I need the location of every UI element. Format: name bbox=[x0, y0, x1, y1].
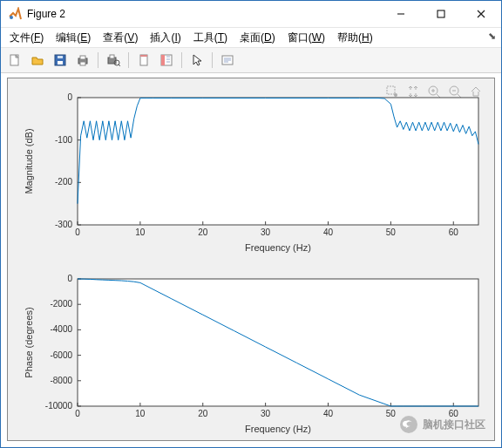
svg-rect-61 bbox=[78, 279, 478, 406]
svg-text:Phase (degrees): Phase (degrees) bbox=[24, 307, 34, 377]
figure-window: Figure 2 文件(F) 编辑(E) 查看(V) 插入(I) 工具(T) 桌… bbox=[0, 0, 502, 448]
svg-text:0: 0 bbox=[67, 274, 72, 283]
print-preview-button[interactable] bbox=[103, 50, 124, 71]
svg-text:10: 10 bbox=[135, 227, 146, 237]
svg-text:-6000: -6000 bbox=[50, 350, 72, 360]
svg-text:0: 0 bbox=[67, 92, 72, 102]
svg-text:50: 50 bbox=[386, 227, 397, 237]
maximize-button[interactable] bbox=[421, 1, 461, 27]
svg-text:Frequency (Hz): Frequency (Hz) bbox=[245, 424, 311, 434]
menu-window[interactable]: 窗口(W) bbox=[282, 29, 330, 47]
menu-insert[interactable]: 插入(I) bbox=[145, 29, 186, 47]
svg-rect-11 bbox=[80, 62, 85, 65]
svg-rect-19 bbox=[161, 55, 165, 65]
svg-rect-10 bbox=[80, 56, 85, 59]
titlebar: Figure 2 bbox=[1, 1, 501, 28]
menu-view[interactable]: 查看(V) bbox=[98, 29, 143, 47]
svg-text:0: 0 bbox=[75, 227, 80, 237]
svg-rect-8 bbox=[58, 56, 63, 58]
svg-text:-2000: -2000 bbox=[50, 299, 72, 309]
matlab-icon bbox=[8, 7, 22, 21]
menu-overflow-icon[interactable]: ⬊ bbox=[488, 31, 496, 42]
close-button[interactable] bbox=[461, 1, 501, 27]
menu-help[interactable]: 帮助(H) bbox=[332, 29, 378, 47]
svg-rect-36 bbox=[78, 98, 478, 225]
link-axes-button[interactable] bbox=[133, 50, 154, 71]
toolbar-separator bbox=[212, 52, 213, 68]
svg-text:40: 40 bbox=[323, 227, 334, 237]
svg-text:40: 40 bbox=[323, 409, 334, 418]
svg-text:Frequency (Hz): Frequency (Hz) bbox=[245, 242, 311, 253]
svg-text:20: 20 bbox=[198, 227, 208, 237]
menu-file[interactable]: 文件(F) bbox=[4, 29, 49, 47]
svg-text:-10000: -10000 bbox=[45, 401, 73, 411]
svg-line-15 bbox=[119, 64, 120, 66]
toolbar-separator bbox=[98, 52, 98, 68]
toolbar-separator bbox=[181, 52, 182, 68]
minimize-button[interactable] bbox=[381, 1, 421, 27]
svg-rect-13 bbox=[110, 55, 114, 58]
window-title: Figure 2 bbox=[27, 8, 65, 20]
svg-text:-200: -200 bbox=[55, 177, 72, 187]
svg-text:10: 10 bbox=[135, 409, 146, 418]
svg-text:-100: -100 bbox=[55, 135, 72, 145]
print-button[interactable] bbox=[72, 50, 93, 71]
svg-text:-8000: -8000 bbox=[50, 376, 72, 385]
svg-rect-7 bbox=[58, 61, 63, 64]
pointer-button[interactable] bbox=[187, 50, 207, 71]
svg-text:0: 0 bbox=[75, 409, 80, 418]
colorbar-button[interactable] bbox=[156, 50, 177, 71]
watermark: 脑机接口社区 bbox=[400, 416, 485, 433]
svg-text:30: 30 bbox=[261, 409, 271, 418]
wechat-icon bbox=[400, 416, 417, 433]
svg-point-0 bbox=[10, 16, 13, 19]
svg-text:Magnitude (dB): Magnitude (dB) bbox=[24, 128, 34, 193]
svg-text:50: 50 bbox=[386, 409, 397, 418]
menu-desktop[interactable]: 桌面(D) bbox=[234, 29, 281, 47]
save-button[interactable] bbox=[50, 50, 71, 71]
menu-edit[interactable]: 编辑(E) bbox=[51, 29, 96, 47]
svg-rect-17 bbox=[140, 55, 147, 57]
figure-canvas[interactable]: 0102030405060-300-200-1000Frequency (Hz)… bbox=[7, 78, 495, 441]
new-figure-button[interactable] bbox=[4, 50, 25, 71]
toolbar-separator bbox=[128, 52, 129, 68]
toolbar bbox=[1, 48, 501, 73]
insert-annotation-button[interactable] bbox=[217, 50, 238, 71]
svg-text:20: 20 bbox=[198, 409, 208, 418]
magnitude-axes[interactable]: 0102030405060-300-200-1000Frequency (Hz)… bbox=[17, 82, 487, 256]
watermark-text: 脑机接口社区 bbox=[423, 417, 485, 432]
svg-text:60: 60 bbox=[449, 227, 459, 237]
svg-text:30: 30 bbox=[261, 227, 271, 237]
phase-axes[interactable]: 0102030405060-10000-8000-6000-4000-20000… bbox=[17, 263, 487, 438]
menu-tools[interactable]: 工具(T) bbox=[188, 29, 233, 47]
svg-rect-2 bbox=[438, 10, 444, 17]
svg-text:-300: -300 bbox=[55, 220, 72, 229]
svg-text:-4000: -4000 bbox=[50, 324, 72, 334]
open-button[interactable] bbox=[27, 50, 48, 71]
menubar: 文件(F) 编辑(E) 查看(V) 插入(I) 工具(T) 桌面(D) 窗口(W… bbox=[1, 28, 501, 48]
